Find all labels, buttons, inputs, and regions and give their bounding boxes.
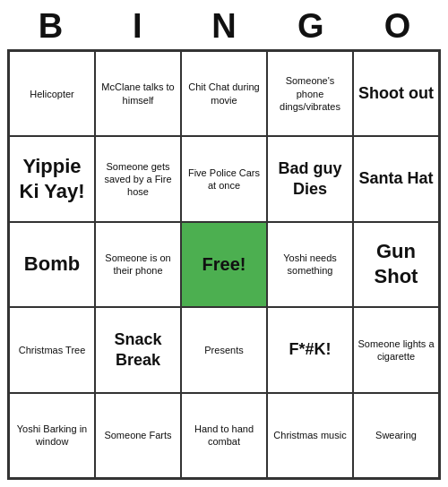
bingo-cell-3[interactable]: Someone's phone dings/vibrates bbox=[267, 51, 353, 136]
bingo-cell-19[interactable]: Someone lights a cigarette bbox=[353, 307, 439, 392]
bingo-cell-5[interactable]: Yippie Ki Yay! bbox=[9, 136, 95, 221]
letter-g: G bbox=[271, 7, 350, 46]
bingo-cell-8[interactable]: Bad guy Dies bbox=[267, 136, 353, 221]
bingo-header: B I N G O bbox=[7, 7, 441, 46]
letter-o: O bbox=[358, 7, 437, 46]
bingo-cell-18[interactable]: F*#K! bbox=[267, 307, 353, 392]
bingo-cell-22[interactable]: Hand to hand combat bbox=[181, 393, 267, 478]
bingo-cell-15[interactable]: Christmas Tree bbox=[9, 307, 95, 392]
bingo-cell-2[interactable]: Chit Chat during movie bbox=[181, 51, 267, 136]
bingo-cell-16[interactable]: Snack Break bbox=[95, 307, 181, 392]
bingo-cell-1[interactable]: McClane talks to himself bbox=[95, 51, 181, 136]
bingo-cell-17[interactable]: Presents bbox=[181, 307, 267, 392]
bingo-cell-24[interactable]: Swearing bbox=[353, 393, 439, 478]
letter-b: B bbox=[11, 7, 90, 46]
bingo-cell-10[interactable]: Bomb bbox=[9, 222, 95, 307]
bingo-cell-12[interactable]: Free! bbox=[181, 222, 267, 307]
bingo-cell-7[interactable]: Five Police Cars at once bbox=[181, 136, 267, 221]
bingo-cell-20[interactable]: Yoshi Barking in window bbox=[9, 393, 95, 478]
bingo-cell-23[interactable]: Christmas music bbox=[267, 393, 353, 478]
bingo-cell-6[interactable]: Someone gets saved by a Fire hose bbox=[95, 136, 181, 221]
bingo-cell-14[interactable]: Gun Shot bbox=[353, 222, 439, 307]
letter-i: I bbox=[98, 7, 177, 46]
bingo-cell-0[interactable]: Helicopter bbox=[9, 51, 95, 136]
letter-n: N bbox=[185, 7, 263, 46]
bingo-cell-4[interactable]: Shoot out bbox=[353, 51, 439, 136]
bingo-cell-9[interactable]: Santa Hat bbox=[353, 136, 439, 221]
bingo-grid: HelicopterMcClane talks to himselfChit C… bbox=[7, 49, 441, 480]
bingo-cell-11[interactable]: Someone is on their phone bbox=[95, 222, 181, 307]
bingo-cell-13[interactable]: Yoshi needs something bbox=[267, 222, 353, 307]
bingo-cell-21[interactable]: Someone Farts bbox=[95, 393, 181, 478]
